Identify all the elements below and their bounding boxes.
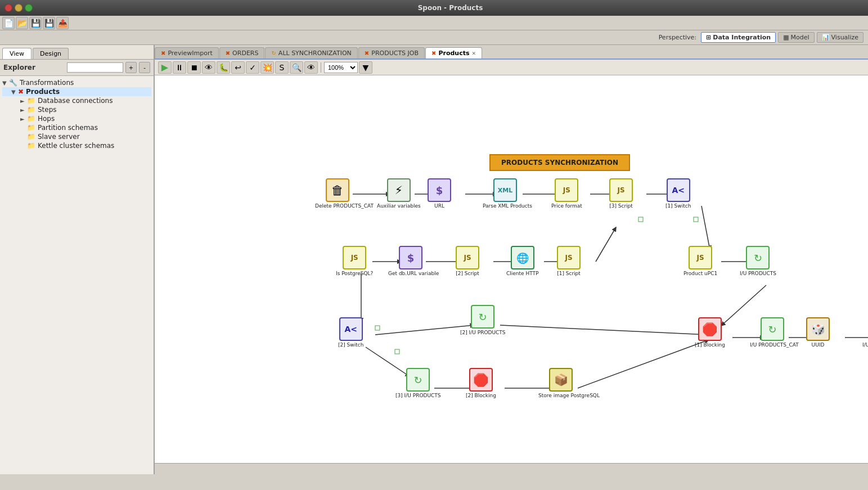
tree-item-products[interactable]: ▼ ✖ Products — [2, 87, 151, 96]
node-switch2[interactable]: A< [2] Switch — [338, 317, 363, 348]
titlebar: Spoon - Products — [0, 0, 868, 16]
node-script3[interactable]: JS [3] Script — [609, 178, 633, 209]
node-priceformat-label: Price format — [551, 203, 582, 209]
products-label: Products — [26, 88, 60, 96]
check-button[interactable]: ✓ — [246, 61, 259, 74]
tree-item-partition[interactable]: ► 📁 Partition schemas — [2, 123, 151, 132]
export-icon[interactable]: 📤 — [56, 17, 69, 29]
node-ispostgres[interactable]: JS Is PostgreSQL? — [336, 246, 373, 276]
tab-orders[interactable]: ✖ ORDERS — [219, 47, 265, 59]
save-icon[interactable]: 💾 — [29, 17, 42, 29]
node-switch1[interactable]: A< [1] Switch — [665, 178, 691, 209]
tab-previewimport[interactable]: ✖ PreviewImport — [155, 47, 219, 59]
minimize-button[interactable] — [15, 4, 23, 12]
node-delete[interactable]: 🗑 Delete PRODUCTS_CAT — [315, 178, 360, 209]
pause-button[interactable]: ⏸ — [173, 61, 186, 74]
node-iu-products3[interactable]: ↻ [3] I/U PRODUCTS — [395, 368, 440, 398]
products-arrow: ▼ — [11, 89, 18, 95]
steps-label: Steps — [38, 106, 57, 114]
node-getdb[interactable]: $ Get db.URL variable — [388, 246, 433, 276]
node-script2-label: [2] Script — [456, 271, 479, 276]
node-script3-label: [3] Script — [609, 203, 633, 209]
transformations-arrow: ▼ — [2, 80, 9, 86]
show-hide-button[interactable]: 👁 — [304, 61, 318, 74]
process-label: PRODUCTS SYNCHRONIZATION — [489, 154, 630, 171]
close-button[interactable] — [5, 4, 12, 12]
node-switch1-label: [1] Switch — [665, 203, 691, 209]
tab-allsync[interactable]: ↻ ALL SYNCHRONIZATION — [265, 47, 357, 59]
node-iu-stocklevel[interactable]: ↻ I/U STOCKLEVEL — [862, 317, 868, 348]
tree-item-kettle[interactable]: ► 📁 Kettle cluster schemas — [2, 141, 151, 150]
tab-productsjob[interactable]: ✖ PRODUCTS JOB — [358, 47, 425, 59]
node-productup[interactable]: JS Product uPC1 — [683, 246, 717, 276]
sql-button[interactable]: S — [275, 61, 289, 74]
node-storeimage[interactable]: 📦 Store image PostgreSQL — [538, 368, 583, 398]
tab-products-close[interactable]: ✕ — [472, 51, 476, 56]
node-auxvars[interactable]: ⚡ Auxiliar variables — [377, 178, 421, 209]
tab-products[interactable]: ✖ Products ✕ — [425, 47, 482, 59]
explorer-search-input[interactable] — [67, 62, 123, 73]
visualize-icon: 📊 — [822, 34, 830, 41]
partition-label: Partition schemas — [38, 124, 98, 132]
db-arrow: ► — [20, 98, 27, 104]
collapse-icon[interactable]: - — [139, 62, 150, 73]
node-iu-products2-label: [2] I/U PRODUCTS — [460, 330, 505, 335]
node-parsexml[interactable]: XML Parse XML Products — [483, 178, 528, 209]
maximize-button[interactable] — [25, 4, 33, 12]
explore-button[interactable]: 🔍 — [290, 61, 303, 74]
visualize-label: Visualize — [831, 34, 858, 41]
zoom-select[interactable]: 100% 50% 75% 150% 200% — [324, 62, 358, 73]
transformations-label: Transformations — [20, 79, 74, 87]
node-iu-products2[interactable]: ↻ [2] I/U PRODUCTS — [460, 305, 505, 335]
node-script1-label: [1] Script — [557, 271, 581, 276]
node-clientehttp[interactable]: 🌐 Cliente HTTP — [506, 246, 539, 276]
persp-data-integration[interactable]: ⊞ Data Integration — [701, 32, 776, 43]
new-icon[interactable]: 📄 — [2, 17, 15, 29]
node-priceformat[interactable]: JS Price format — [551, 178, 582, 209]
explorer-label: Explorer — [3, 64, 65, 71]
zoom-dropdown[interactable]: ▼ — [359, 61, 372, 74]
stop-button[interactable]: ⏹ — [187, 61, 201, 74]
partition-icon: 📁 — [27, 124, 35, 132]
replay-button[interactable]: ↩ — [231, 61, 245, 74]
run-button[interactable]: ▶ — [158, 61, 172, 74]
preview-button[interactable]: 👁 — [202, 61, 215, 74]
window-controls[interactable] — [5, 4, 33, 12]
node-script1[interactable]: JS [1] Script — [557, 246, 581, 276]
main-area: View Design Explorer + - ▼ 🔧 Transformat… — [0, 45, 868, 474]
node-iu-products1[interactable]: ↻ I/U PRODUCTS — [740, 246, 776, 276]
debug-button[interactable]: 🐛 — [217, 61, 230, 74]
persp-visualize[interactable]: 📊 Visualize — [817, 32, 863, 43]
data-integration-icon: ⊞ — [706, 34, 711, 41]
toolbar-separator — [321, 62, 321, 73]
hops-arrow: ► — [20, 116, 27, 122]
node-blocking1[interactable]: 🛑 [1] Blocking — [695, 317, 725, 348]
node-iu-products-cat[interactable]: ↻ I/U PRODUCTS_CAT — [750, 317, 795, 348]
node-parsexml-label: Parse XML Products — [483, 203, 528, 209]
tree-item-hops[interactable]: ► 📁 Hops — [2, 114, 151, 123]
node-iu-stocklevel-label: I/U STOCKLEVEL — [862, 342, 868, 348]
products-icon: ✖ — [18, 88, 24, 96]
save-all-icon[interactable]: 💾 — [43, 17, 55, 29]
node-blocking2[interactable]: 🛑 [2] Blocking — [466, 368, 496, 398]
tree-item-slave[interactable]: ► 📁 Slave server — [2, 132, 151, 141]
node-uuid[interactable]: 🎲 UUID — [806, 317, 830, 348]
node-url[interactable]: $ URL — [428, 178, 451, 209]
svg-rect-26 — [395, 349, 399, 354]
toolbar: ▶ ⏸ ⏹ 👁 🐛 ↩ ✓ 💥 S 🔍 👁 100% 50% 75% 150% … — [155, 60, 868, 75]
tree-item-transformations[interactable]: ▼ 🔧 Transformations — [2, 78, 151, 87]
node-script2[interactable]: JS [2] Script — [456, 246, 479, 276]
node-getdb-label: Get db.URL variable — [388, 271, 433, 276]
impact-button[interactable]: 💥 — [260, 61, 274, 74]
open-icon[interactable]: 📂 — [16, 17, 28, 29]
data-integration-label: Data Integration — [713, 34, 771, 41]
canvas[interactable]: PRODUCTS SYNCHRONIZATION 🗑 Delete PRODUC… — [155, 75, 868, 463]
tab-orders-label: ORDERS — [232, 50, 258, 57]
tab-view[interactable]: View — [2, 48, 32, 59]
tab-design[interactable]: Design — [33, 48, 69, 59]
expand-icon[interactable]: + — [125, 62, 137, 73]
tree-item-steps[interactable]: ► 📁 Steps — [2, 105, 151, 114]
persp-model[interactable]: ▦ Model — [778, 32, 814, 43]
tree-item-db-connections[interactable]: ► 📁 Database connections — [2, 96, 151, 105]
content-area: ✖ PreviewImport ✖ ORDERS ↻ ALL SYNCHRONI… — [155, 45, 868, 474]
